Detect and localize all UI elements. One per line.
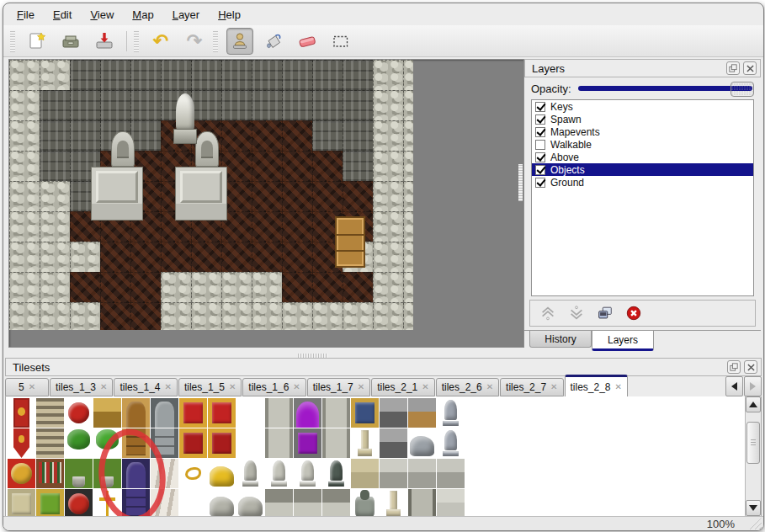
tile-cloth_t[interactable] [151,459,178,488]
tile-pillar_shaft[interactable] [408,489,436,517]
tile-cloth_b[interactable] [151,489,178,517]
menu-layer[interactable]: Layer [169,7,204,23]
tile-gargoyle[interactable] [322,459,350,488]
tab-close-icon[interactable]: ✕ [550,383,557,391]
layer-visibility-checkbox[interactable] [535,102,545,112]
dock-tab-layers[interactable]: Layers [592,331,654,351]
tile-throne_purple_b[interactable] [294,428,321,458]
tab-close-icon[interactable]: ✕ [358,383,364,391]
tile-pillar[interactable] [322,398,350,428]
menu-view[interactable]: View [87,7,117,23]
vertical-splitter[interactable] [518,164,523,201]
toolbar-gripper[interactable] [134,30,139,52]
select-tool-button[interactable] [327,28,354,55]
tile-books[interactable] [36,459,64,488]
tileset-tab-tiles_1_6[interactable]: tiles_1_6✕ [242,378,305,396]
opacity-slider[interactable] [578,82,754,95]
tab-close-icon[interactable]: ✕ [229,383,236,391]
tile-throne_red[interactable] [179,398,207,428]
layer-row-objects[interactable]: Objects [532,163,753,176]
menu-edit[interactable]: Edit [50,7,75,23]
tile-pillar[interactable] [322,428,350,458]
tile-palm_b[interactable] [65,459,93,488]
tile-throne_red_b[interactable] [179,428,207,458]
tile-lid_gray[interactable] [380,398,407,428]
close-panel-button[interactable] [743,61,757,75]
layer-visibility-checkbox[interactable] [535,140,545,150]
tile-block_b[interactable] [437,489,465,517]
tile-map_tan[interactable] [8,489,35,517]
tile-bush_t[interactable] [93,428,121,458]
tileset-view[interactable] [5,396,762,517]
tileset-tab-tiles_1_7[interactable]: tiles_1_7✕ [307,378,370,396]
tileset-scrollbar[interactable] [745,396,761,516]
tile-rock[interactable] [236,489,264,517]
tab-close-icon[interactable]: ✕ [422,383,428,391]
tileset-tab-tiles_1_4[interactable]: tiles_1_4✕ [114,378,177,396]
tile-block_a[interactable] [408,459,436,488]
scroll-up-button[interactable] [746,396,761,412]
tile-block_a[interactable] [437,459,465,488]
tileset-tab-tiles_2_7[interactable]: tiles_2_7✕ [500,378,563,396]
tile-throne_red_b[interactable] [208,428,236,458]
stamp-tool-button[interactable] [226,28,253,55]
tileset-tab-tiles_1_3[interactable]: tiles_1_3✕ [50,378,113,396]
menu-file[interactable]: File [13,7,38,23]
tile-rack[interactable] [36,398,64,428]
layer-visibility-checkbox[interactable] [535,152,545,162]
layer-row-ground[interactable]: Ground [532,176,753,189]
tab-close-icon[interactable]: ✕ [293,383,300,391]
tile-cross_gold[interactable] [93,489,121,517]
tile-obelisk_b[interactable] [351,459,379,488]
tab-close-icon[interactable]: ✕ [29,383,35,391]
menu-help[interactable]: Help [215,7,244,23]
tile-empty[interactable] [236,428,264,458]
tile-shelf_pouf[interactable] [65,489,93,517]
layer-row-above[interactable]: Above [532,151,753,163]
undo-button[interactable]: ↶ [147,28,174,55]
redo-button[interactable]: ↷ [181,28,208,55]
dock-tab-history[interactable]: History [529,331,592,348]
tile-shield_red[interactable] [8,459,35,488]
fill-tool-button[interactable] [260,28,287,55]
tile-statue_base[interactable] [294,489,321,517]
tile-hood_statue[interactable] [236,459,264,488]
tile-statue_base[interactable] [322,489,350,517]
tile-throne_purple[interactable] [294,398,321,428]
tile-lizard_gold[interactable] [179,459,207,488]
tile-door_wood_t[interactable] [122,398,150,428]
open-map-button[interactable] [57,28,84,55]
tile-lid_gray[interactable] [380,428,407,458]
float-tilesets-button[interactable] [727,360,741,374]
tileset-tab-tiles_2_6[interactable]: tiles_2_6✕ [436,378,499,396]
tile-gate_metal_b[interactable] [151,428,178,458]
tile-rock[interactable] [208,489,236,517]
tile-throne_red[interactable] [208,398,236,428]
toolbar-gripper[interactable] [10,30,15,52]
layer-visibility-checkbox[interactable] [535,165,545,175]
scrollbar-thumb[interactable] [746,422,760,464]
tile-chest_gold[interactable] [93,398,121,428]
tab-close-icon[interactable]: ✕ [615,383,622,391]
menu-map[interactable]: Map [129,7,157,23]
tile-gold_pile[interactable] [208,459,236,488]
toolbar-gripper[interactable] [213,30,218,52]
tile-pouf_red[interactable] [65,398,93,428]
eraser-tool-button[interactable] [294,28,321,55]
opacity-slider-track[interactable] [578,86,752,91]
scroll-tabs-left-button[interactable] [725,376,743,396]
move-layer-up-button[interactable] [539,304,557,322]
tile-barrel[interactable] [351,489,379,517]
layer-visibility-checkbox[interactable] [535,178,545,188]
tile-pillar_top[interactable] [380,459,407,488]
opacity-slider-handle[interactable] [730,82,754,97]
close-tilesets-button[interactable] [744,360,757,374]
tab-close-icon[interactable]: ✕ [164,383,171,391]
tile-portrait[interactable] [351,398,379,428]
tile-gate_metal_t[interactable] [151,398,178,428]
tile-flag_green[interactable] [36,489,64,517]
tileset-tab-5[interactable]: 5✕ [5,378,49,396]
tab-close-icon[interactable]: ✕ [486,383,493,391]
tile-obelisk_t[interactable] [351,428,379,458]
tile-door_purple_b[interactable] [122,489,150,517]
